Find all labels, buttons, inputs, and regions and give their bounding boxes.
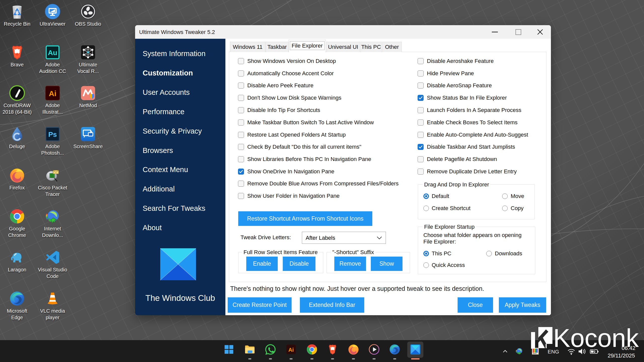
svg-text:Ai: Ai: [49, 89, 56, 98]
svg-text:Au: Au: [48, 49, 57, 57]
svg-text:Ps: Ps: [48, 131, 57, 138]
svg-text:Ai: Ai: [288, 347, 294, 353]
